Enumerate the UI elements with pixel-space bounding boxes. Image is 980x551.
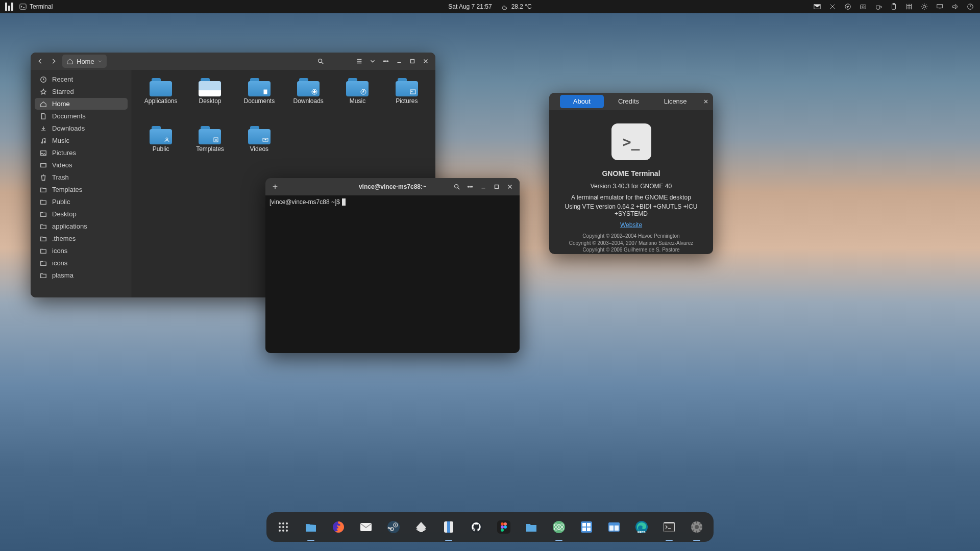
close-button[interactable] bbox=[699, 98, 713, 105]
tab-about[interactable]: About bbox=[560, 95, 604, 108]
dock-firefox[interactable] bbox=[329, 517, 348, 537]
pathbar[interactable]: Home bbox=[62, 55, 107, 68]
keyboard-tray-icon[interactable] bbox=[905, 3, 913, 10]
active-app-name: Terminal bbox=[30, 3, 53, 10]
tab-license[interactable]: License bbox=[653, 95, 697, 108]
svg-point-12 bbox=[385, 61, 386, 62]
distro-logo-icon[interactable] bbox=[5, 3, 13, 11]
sidebar-item-videos[interactable]: Videos bbox=[35, 159, 128, 171]
website-link[interactable]: Website bbox=[620, 221, 642, 229]
active-app-indicator[interactable]: Terminal bbox=[19, 3, 53, 10]
sidebar-item-label: Videos bbox=[52, 161, 72, 169]
power-tray-icon[interactable] bbox=[967, 3, 974, 10]
caffeine-tray-icon[interactable] bbox=[875, 3, 882, 10]
dock-edge[interactable]: BETA bbox=[632, 517, 651, 537]
folder-pictures[interactable]: Pictures bbox=[382, 77, 431, 125]
dock-app-grid[interactable] bbox=[274, 517, 293, 537]
nav-forward-button[interactable] bbox=[47, 55, 60, 68]
view-options-button[interactable] bbox=[366, 55, 379, 68]
folder-applications[interactable]: Applications bbox=[136, 77, 185, 125]
dock-inkscape[interactable] bbox=[411, 517, 431, 537]
sidebar-item-pictures[interactable]: Pictures bbox=[35, 147, 128, 159]
folder-templates[interactable]: Templates bbox=[185, 125, 234, 173]
dock-figma[interactable] bbox=[494, 517, 513, 537]
maximize-button[interactable] bbox=[490, 180, 503, 193]
sidebar-item-downloads[interactable]: Downloads bbox=[35, 122, 128, 134]
sidebar-item-home[interactable]: Home bbox=[35, 98, 128, 110]
sidebar-item-public[interactable]: Public bbox=[35, 196, 128, 208]
terminal-titlebar[interactable]: vince@vince-ms7c88:~ bbox=[265, 178, 520, 195]
dock-win-app[interactable] bbox=[577, 517, 596, 537]
sidebar-item-recent[interactable]: Recent bbox=[35, 73, 128, 85]
sidebar-item-documents[interactable]: Documents bbox=[35, 110, 128, 122]
doc-icon bbox=[40, 113, 47, 120]
folder-documents[interactable]: Documents bbox=[235, 77, 284, 125]
search-button[interactable] bbox=[314, 55, 327, 68]
panel-weather[interactable]: 28.2 °C bbox=[501, 3, 532, 10]
folder-icon bbox=[297, 78, 320, 96]
display-tray-icon[interactable] bbox=[936, 3, 943, 10]
dock-atom[interactable] bbox=[549, 517, 569, 537]
folder-downloads[interactable]: Downloads bbox=[284, 77, 333, 125]
folder-label: Applications bbox=[144, 97, 178, 105]
folder-icon bbox=[40, 198, 47, 206]
new-tab-button[interactable] bbox=[268, 180, 282, 193]
sidebar-item-trash[interactable]: Trash bbox=[35, 171, 128, 183]
atom-icon bbox=[552, 520, 566, 534]
svg-rect-43 bbox=[360, 523, 372, 531]
sidebar-item-applications[interactable]: applications bbox=[35, 220, 128, 232]
terminal-search-button[interactable] bbox=[450, 180, 463, 193]
sidebar-item-icons[interactable]: icons bbox=[35, 245, 128, 257]
view-list-button[interactable] bbox=[353, 55, 366, 68]
pathbar-label: Home bbox=[77, 58, 94, 65]
terminal-icon bbox=[663, 520, 676, 534]
terminal-menu-button[interactable] bbox=[463, 180, 477, 193]
files-titlebar[interactable]: Home bbox=[31, 53, 435, 70]
svg-point-44 bbox=[387, 521, 400, 533]
close-button[interactable] bbox=[503, 180, 517, 193]
folder-icon bbox=[40, 211, 47, 218]
sidebar-item-icons[interactable]: icons bbox=[35, 257, 128, 269]
minimize-button[interactable] bbox=[477, 180, 490, 193]
dock-folder[interactable] bbox=[522, 517, 541, 537]
clock-icon bbox=[40, 76, 47, 83]
sidebar-item-plasma[interactable]: plasma bbox=[35, 269, 128, 281]
svg-rect-65 bbox=[587, 528, 591, 531]
sidebar-item-desktop[interactable]: Desktop bbox=[35, 208, 128, 220]
sidebar-item-starred[interactable]: Starred bbox=[35, 86, 128, 97]
folder-videos[interactable]: Videos bbox=[235, 125, 284, 173]
clipboard-tray-icon[interactable] bbox=[890, 3, 897, 10]
panel-datetime[interactable]: Sat Aug 7 21:57 bbox=[448, 3, 492, 10]
folder-music[interactable]: Music bbox=[333, 77, 382, 125]
updates-tray-icon[interactable] bbox=[844, 3, 851, 10]
folder-desktop[interactable]: Desktop bbox=[185, 77, 234, 125]
folder-public[interactable]: Public bbox=[136, 125, 185, 173]
dock-mail[interactable] bbox=[356, 517, 376, 537]
screenshot-tray-icon[interactable] bbox=[860, 3, 867, 10]
dock-terminal[interactable] bbox=[659, 517, 679, 537]
svg-point-41 bbox=[286, 530, 288, 532]
dock-files[interactable] bbox=[301, 517, 321, 537]
night-light-icon[interactable] bbox=[921, 3, 928, 10]
tab-credits[interactable]: Credits bbox=[607, 95, 651, 108]
dock-steam[interactable] bbox=[384, 517, 403, 537]
close-button[interactable] bbox=[419, 55, 432, 68]
dock-blueman[interactable] bbox=[439, 517, 458, 537]
sidebar-item-templates[interactable]: Templates bbox=[35, 184, 128, 195]
folder-icon bbox=[199, 126, 221, 144]
dock-tiles[interactable] bbox=[604, 517, 624, 537]
sidebar-item--themes[interactable]: .themes bbox=[35, 233, 128, 244]
svg-rect-62 bbox=[582, 523, 586, 527]
nav-back-button[interactable] bbox=[34, 55, 47, 68]
xorg-tray-icon[interactable] bbox=[829, 3, 836, 10]
volume-tray-icon[interactable] bbox=[951, 3, 959, 10]
dock-settings[interactable] bbox=[687, 517, 706, 537]
terminal-body[interactable]: [vince@vince-ms7c88 ~]$ bbox=[265, 195, 520, 353]
hamburger-menu-button[interactable] bbox=[379, 55, 393, 68]
sidebar-item-music[interactable]: Music bbox=[35, 135, 128, 146]
minimize-button[interactable] bbox=[393, 55, 406, 68]
dock-github[interactable] bbox=[467, 517, 486, 537]
sidebar-item-label: Documents bbox=[52, 112, 86, 120]
maximize-button[interactable] bbox=[406, 55, 419, 68]
mail-tray-icon[interactable] bbox=[814, 3, 821, 10]
